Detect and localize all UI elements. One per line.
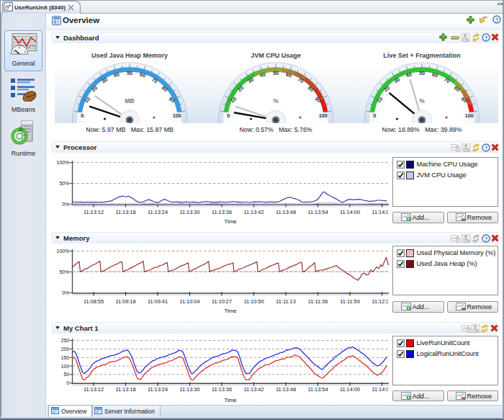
svg-text:Time: Time [224,218,236,225]
svg-text:11:13:48: 11:13:48 [276,386,296,393]
svg-text:11:13:24: 11:13:24 [148,386,168,393]
svg-text:MB: MB [125,97,134,104]
svg-text:11:13:36: 11:13:36 [212,386,232,393]
svg-text:11:13:24: 11:13:24 [148,209,168,215]
svg-text:?: ? [485,145,488,151]
svg-text:11:13:54: 11:13:54 [307,386,328,393]
svg-text:11:10:27: 11:10:27 [212,298,232,305]
svg-text:50: 50 [127,70,132,76]
svg-text:11:12:22: 11:12:22 [372,298,392,305]
svg-text:250: 250 [61,338,70,343]
svg-text:11:10:04: 11:10:04 [179,298,199,305]
svg-text:0%: 0% [62,202,69,207]
svg-text:?: ? [485,35,488,41]
svg-text:0%: 0% [62,290,69,295]
svg-text:11:13:54: 11:13:54 [307,209,328,215]
svg-text:11:09:41: 11:09:41 [148,298,168,305]
svg-text:50: 50 [273,70,279,76]
svg-text:11:13:42: 11:13:42 [243,386,264,393]
svg-text:100: 100 [465,112,474,119]
svg-text:0: 0 [227,112,230,119]
svg-text:11:14:00: 11:14:00 [340,209,360,215]
svg-text:11:11:13: 11:11:13 [276,298,296,305]
svg-text:11:14:06: 11:14:06 [372,386,392,393]
svg-text:Time: Time [224,308,236,314]
svg-text:11:13:48: 11:13:48 [276,209,296,215]
svg-text:100: 100 [173,112,181,119]
svg-text:100%: 100% [57,160,69,165]
svg-text:50%: 50% [59,269,69,274]
svg-text:50%: 50% [59,181,69,186]
svg-text:11:14:06: 11:14:06 [372,209,392,215]
svg-text:?: ? [495,17,499,23]
svg-text:11:13:36: 11:13:36 [212,209,232,215]
svg-text:11:13:12: 11:13:12 [84,386,104,393]
svg-text:11:11:59: 11:11:59 [340,298,360,305]
svg-text:100%: 100% [57,249,69,254]
svg-text:50: 50 [63,372,69,377]
svg-text:100: 100 [319,112,328,119]
svg-text:50: 50 [419,70,425,76]
svg-text:11:08:55: 11:08:55 [84,298,104,305]
svg-text:11:13:12: 11:13:12 [84,209,104,215]
svg-text:11:14:00: 11:14:00 [340,386,360,393]
svg-text:11:13:30: 11:13:30 [179,209,199,215]
svg-text:%: % [419,97,425,104]
svg-text:0: 0 [81,112,84,119]
svg-text:11:13:42: 11:13:42 [243,209,264,215]
svg-text:0: 0 [373,112,376,119]
svg-text:11:13:18: 11:13:18 [115,386,135,393]
svg-text:11:10:50: 11:10:50 [243,298,264,305]
svg-text:11:13:30: 11:13:30 [179,386,199,393]
svg-text:11:09:18: 11:09:18 [115,298,135,305]
svg-text:Time: Time [224,397,236,403]
svg-text:11:13:18: 11:13:18 [115,209,135,215]
svg-text:?: ? [485,236,488,242]
svg-text:0: 0 [66,380,69,385]
svg-text:100: 100 [61,364,70,369]
svg-text:%: % [273,97,279,104]
svg-text:200: 200 [61,347,70,352]
svg-text:11:11:36: 11:11:36 [308,298,328,305]
svg-text:150: 150 [61,355,70,360]
